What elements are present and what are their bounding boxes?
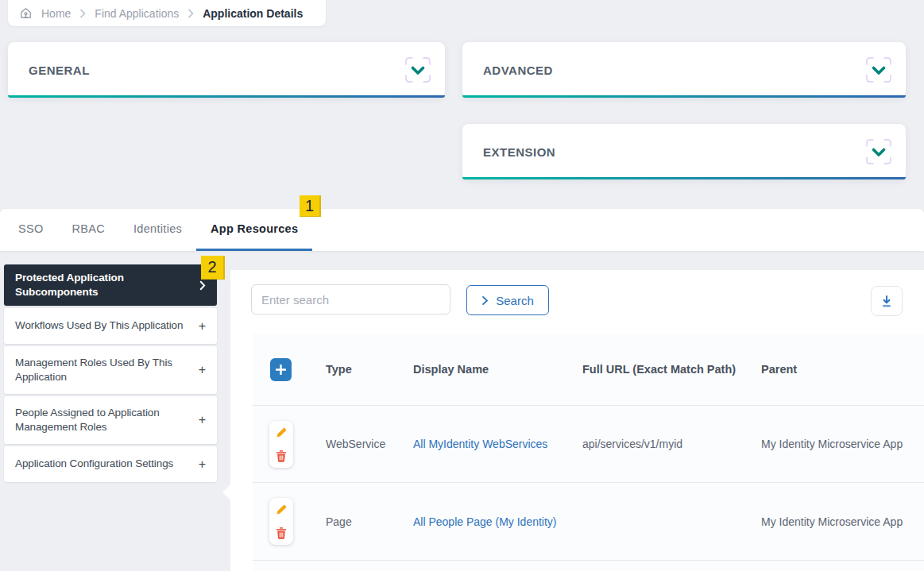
submenu-item-label: Application Configuration Settings: [15, 457, 173, 471]
edit-button[interactable]: [269, 498, 293, 522]
search-button[interactable]: Search: [466, 285, 549, 315]
breadcrumb-find-applications[interactable]: Find Applications: [95, 7, 179, 20]
advanced-expand-button[interactable]: [863, 54, 895, 86]
breadcrumb: Home Find Applications Application Detai…: [8, 0, 326, 26]
row-divider: [253, 560, 924, 561]
edit-button[interactable]: [269, 421, 293, 445]
table-row: WebService All MyIdentity WebServices ap…: [253, 406, 924, 482]
table-row: Page All People Page (My Identity) My Id…: [253, 483, 924, 560]
application-details-screen: Home Find Applications Application Detai…: [0, 0, 924, 571]
protected-subcomponents-content: Search Type: [230, 270, 924, 571]
table-header-row: Type Display Name Full URL (Exact Match …: [253, 334, 924, 405]
content-pointer-notch: [222, 484, 238, 500]
column-header-type: Type: [318, 363, 405, 376]
cell-full-url: api/services/v1/myid: [574, 438, 753, 450]
submenu-item-workflows[interactable]: Workflows Used By This Application +: [4, 308, 217, 344]
chevron-down-icon: [863, 76, 895, 88]
cell-parent: My Identity Microservice App: [753, 515, 924, 528]
chevron-right-icon: [79, 9, 86, 18]
general-expand-button[interactable]: [402, 54, 434, 86]
chevron-down-icon: [863, 158, 895, 170]
plus-icon: +: [199, 318, 206, 335]
chevron-right-icon: [199, 280, 206, 291]
breadcrumb-home[interactable]: Home: [41, 7, 71, 20]
add-subcomponent-button[interactable]: [270, 358, 292, 381]
column-header-display-name: Display Name: [405, 363, 574, 376]
general-panel: GENERAL: [8, 42, 445, 98]
plus-icon: [276, 365, 286, 375]
column-header-parent: Parent: [753, 363, 924, 376]
chevron-right-icon: [481, 295, 489, 306]
extension-expand-button[interactable]: [863, 136, 895, 168]
submenu-item-protected-subcomponents[interactable]: Protected Application Subcomponents: [4, 264, 217, 306]
submenu-item-label: Workflows Used By This Application: [15, 318, 183, 333]
search-input[interactable]: [251, 284, 450, 314]
breadcrumb-application-details: Application Details: [203, 7, 303, 20]
tab-sso[interactable]: SSO: [4, 209, 58, 251]
subcomponents-table: Type Display Name Full URL (Exact Match …: [253, 334, 924, 571]
cell-display-name-link[interactable]: All MyIdentity WebServices: [405, 438, 574, 450]
column-header-full-url: Full URL (Exact Match Path): [574, 363, 753, 376]
detail-tabs: SSO RBAC Identities App Resources: [0, 209, 924, 251]
row-actions: [269, 421, 293, 468]
search-button-label: Search: [496, 294, 534, 307]
cell-type: Page: [318, 515, 405, 528]
cell-type: WebService: [318, 438, 405, 450]
panel-accent-underline: [462, 177, 906, 179]
delete-button[interactable]: [269, 522, 293, 546]
extension-panel: EXTENSION: [462, 124, 906, 179]
submenu-item-label: People Assigned to Application Managemen…: [15, 406, 192, 434]
app-resources-submenu: Protected Application Subcomponents Work…: [4, 264, 217, 482]
plus-icon: +: [199, 456, 206, 473]
panel-accent-underline: [8, 95, 445, 98]
chevron-right-icon: [188, 9, 194, 18]
download-button[interactable]: [871, 286, 903, 316]
annotation-mark-1: 1: [300, 195, 321, 217]
annotation-mark-2: 2: [201, 256, 225, 280]
submenu-item-app-config-settings[interactable]: Application Configuration Settings +: [4, 446, 217, 482]
panel-accent-underline: [462, 95, 906, 98]
extension-panel-title: EXTENSION: [483, 145, 555, 159]
submenu-item-management-roles[interactable]: Management Roles Used By This Applicatio…: [4, 346, 217, 394]
delete-button[interactable]: [269, 444, 293, 468]
home-icon[interactable]: [19, 6, 33, 20]
submenu-item-people-assigned[interactable]: People Assigned to Application Managemen…: [4, 396, 217, 444]
advanced-panel-title: ADVANCED: [483, 64, 553, 77]
tab-identities[interactable]: Identities: [119, 209, 196, 251]
cell-parent: My Identity Microservice App: [753, 438, 924, 450]
pencil-icon: [276, 503, 288, 515]
advanced-panel: ADVANCED: [462, 42, 906, 98]
submenu-item-label: Management Roles Used By This Applicatio…: [15, 356, 192, 384]
plus-icon: +: [199, 411, 206, 429]
row-actions: [269, 498, 293, 545]
general-panel-title: GENERAL: [29, 64, 90, 77]
pencil-icon: [276, 426, 288, 438]
cell-display-name-link[interactable]: All People Page (My Identity): [405, 515, 574, 528]
chevron-down-icon: [402, 76, 434, 88]
tab-app-resources[interactable]: App Resources: [196, 209, 312, 251]
tab-rbac[interactable]: RBAC: [58, 209, 120, 251]
download-icon: [879, 293, 895, 309]
trash-icon: [276, 527, 287, 539]
submenu-item-label: Protected Application Subcomponents: [15, 271, 193, 299]
trash-icon: [276, 449, 287, 462]
plus-icon: +: [199, 361, 206, 379]
